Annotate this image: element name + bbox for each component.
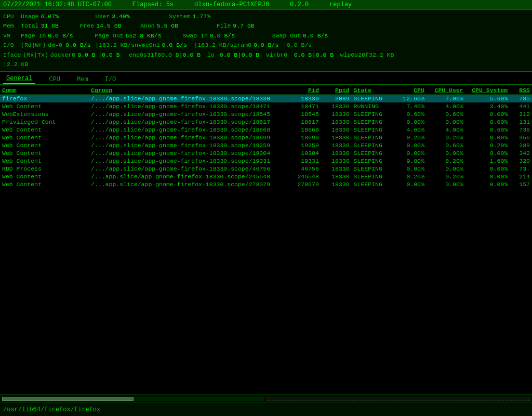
table-row[interactable]: Web Content/.../app.slice/app-gnome-fire…	[0, 126, 532, 134]
header-bar: 07/22/2021 16:32:48 UTC-07:00 Elapsed: 5…	[0, 0, 532, 10]
header-version: 0.2.0	[290, 1, 309, 8]
header-datetime: 07/22/2021 16:32:48 UTC-07:00	[3, 1, 112, 8]
stats-row-iface2: |2.2 KB	[3, 60, 529, 69]
table-row[interactable]: WebExtensions/.../app.slice/app-gnome-fi…	[0, 110, 532, 118]
col-header-cpu: CPU	[393, 86, 427, 95]
col-header-cpuuser: CPU User	[427, 86, 466, 95]
col-header-state: State	[352, 86, 393, 95]
stats-row-mem: Mem Total 31 GB Free 14.5 GB Anon 5.5 GB…	[3, 21, 529, 31]
col-header-ppid: Ppid	[321, 86, 352, 95]
process-table: Comm Cgroup Pid Ppid State CPU CPU User …	[0, 86, 532, 188]
stats-row-io: I/O (Rd|Wr) dm-0 0.0 B/s |163.2 KB/snvme…	[3, 41, 529, 50]
table-row[interactable]: RDD Process/.../app.slice/app-gnome-fire…	[0, 165, 532, 173]
col-header-comm: Comm	[0, 86, 89, 95]
header-mode: replay	[329, 1, 352, 8]
table-row[interactable]: Web Content/...app.slice/app-gnome-firef…	[0, 173, 532, 180]
app-container: 07/22/2021 16:32:48 UTC-07:00 Elapsed: 5…	[0, 0, 532, 416]
scrollbar-thumb[interactable]	[2, 397, 134, 401]
table-row[interactable]: firefox/.../app.slice/app-gnome-firefox-…	[0, 95, 532, 103]
col-header-cgroup: Cgroup	[89, 86, 285, 95]
process-tbody: firefox/.../app.slice/app-gnome-firefox-…	[0, 95, 532, 189]
scrollbar-track[interactable]	[2, 397, 264, 401]
table-row[interactable]: Web Content/.../app.slice/app-gnome-fire…	[0, 102, 532, 110]
table-row[interactable]: Web Content/.../app.slice/app-gnome-fire…	[0, 141, 532, 149]
col-header-cpusys: CPU System	[466, 86, 510, 95]
header-elapsed: Elapsed: 5s	[132, 1, 174, 8]
tab-mem[interactable]: Mem	[74, 75, 91, 84]
table-row[interactable]: Web Content/.../app.slice/app-gnome-fire…	[0, 134, 532, 141]
content-area: Comm Cgroup Pid Ppid State CPU CPU User …	[0, 85, 532, 416]
col-header-pid: Pid	[285, 86, 321, 95]
header-hostname: dlxu-fedora-PC1XEPJ6	[194, 1, 269, 8]
tab-cpu[interactable]: CPU	[46, 75, 63, 84]
table-row[interactable]: Web Content/.../app.slice/app-gnome-fire…	[0, 157, 532, 165]
stats-row-vm: VM Page In 0.0 B/s Page Out 652.8 KB/s S…	[3, 31, 529, 41]
tabs-bar: General CPU Mem I/O	[0, 72, 532, 85]
status-bar: /usr/lib64/firefox/firefox	[0, 402, 532, 416]
table-row[interactable]: Web Content/.../app.slice/app-gnome-fire…	[0, 149, 532, 157]
stats-row-iface: Iface (Rx|Tx) docker0 0.0 B |0.0 B enp0s…	[3, 50, 529, 60]
stats-panel: CPU Usage 6.07% User 3.40% System 1.77% …	[0, 10, 532, 72]
table-row[interactable]: Web Content/...app.slice/app-gnome-firef…	[0, 180, 532, 188]
scrollbar-right-track[interactable]	[267, 397, 530, 401]
status-path: /usr/lib64/firefox/firefox	[3, 406, 100, 413]
col-header-rss: RSS	[510, 86, 532, 95]
tab-io[interactable]: I/O	[102, 75, 119, 84]
scrollbar-area[interactable]	[0, 394, 532, 402]
table-row[interactable]: Privileged Cont/.../app.slice/app-gnome-…	[0, 118, 532, 126]
table-header-row: Comm Cgroup Pid Ppid State CPU CPU User …	[0, 86, 532, 95]
stats-row-cpu: CPU Usage 6.07% User 3.40% System 1.77%	[3, 12, 529, 21]
tab-general[interactable]: General	[3, 74, 35, 84]
